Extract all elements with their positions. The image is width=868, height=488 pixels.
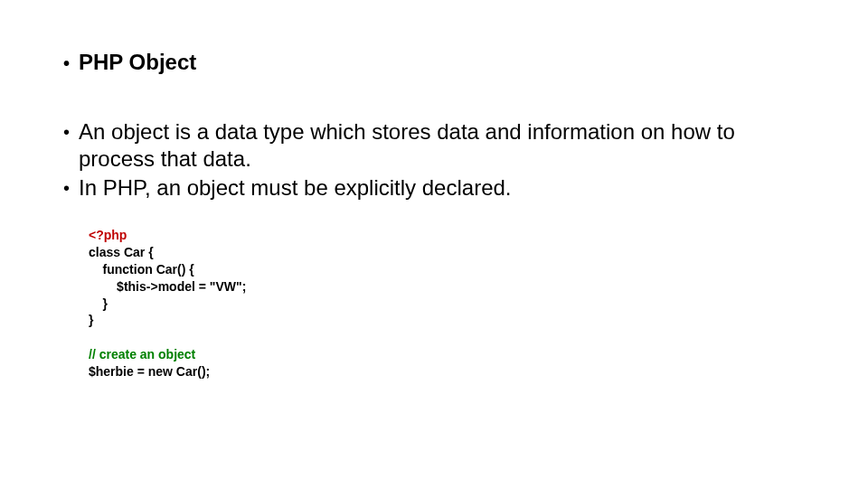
title-bullet: • PHP Object [63, 50, 805, 75]
code-line-6: } [89, 312, 805, 329]
code-line-4: $this->model = "VW"; [89, 278, 805, 296]
slide: • PHP Object • An object is a data type … [0, 0, 868, 488]
body-text-1: An object is a data type which stores da… [79, 118, 805, 173]
body-text-2: In PHP, an object must be explicitly dec… [79, 174, 511, 202]
bullet-dot-icon: • [63, 120, 70, 144]
code-blank [89, 329, 805, 346]
code-line-3: function Car() { [89, 261, 805, 278]
code-line-7: // create an object [89, 346, 805, 363]
body-bullet-1: • An object is a data type which stores … [63, 118, 805, 173]
code-line-8: $herbie = new Car(); [89, 363, 805, 380]
bullet-dot-icon: • [63, 176, 70, 200]
slide-title: PHP Object [79, 50, 196, 75]
code-line-2: class Car { [89, 244, 805, 261]
code-line-5: } [89, 296, 805, 313]
code-block: <?php class Car { function Car() { $this… [89, 227, 805, 380]
code-line-1: <?php [89, 227, 805, 244]
body-bullet-2: • In PHP, an object must be explicitly d… [63, 174, 805, 202]
bullet-dot-icon: • [63, 52, 70, 75]
body-content: • An object is a data type which stores … [63, 118, 805, 380]
